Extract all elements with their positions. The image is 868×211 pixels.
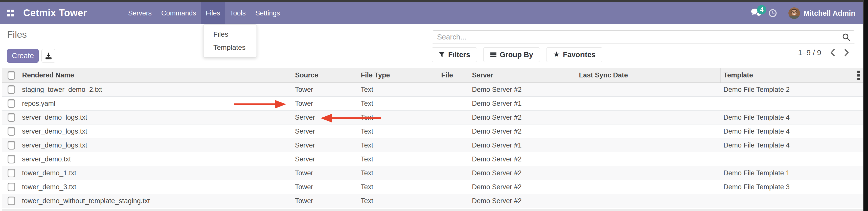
create-button[interactable]: Create xyxy=(7,49,39,63)
cell-rendered-name[interactable]: tower_demo_1.txt xyxy=(19,166,292,180)
row-checkbox[interactable] xyxy=(8,113,15,122)
filters-button[interactable]: Filters xyxy=(432,47,477,62)
user-menu[interactable]: Mitchell Admin xyxy=(804,9,855,18)
column-header-file-type[interactable]: File Type xyxy=(358,68,438,83)
cell-rendered-name[interactable]: tower_demo_3.txt xyxy=(19,180,292,194)
cell-file-type[interactable]: Text xyxy=(358,166,438,180)
table-row[interactable]: server_demo_logs.txtServerTextDemo Serve… xyxy=(2,111,863,124)
cell-file-type[interactable]: Text xyxy=(358,139,438,152)
cell-server[interactable]: Demo Server #2 xyxy=(469,83,576,97)
pager-previous-button[interactable] xyxy=(830,49,835,57)
cell-source[interactable]: Server xyxy=(292,152,358,166)
row-checkbox[interactable] xyxy=(8,169,15,177)
cell-file[interactable] xyxy=(438,139,469,152)
column-header-source[interactable]: Source xyxy=(292,68,358,83)
cell-file-type[interactable]: Text xyxy=(358,111,438,124)
row-checkbox[interactable] xyxy=(8,127,15,135)
search-icon[interactable] xyxy=(842,33,850,41)
cell-rendered-name[interactable]: server_demo_logs.txt xyxy=(19,124,292,139)
dropdown-item-files[interactable]: Files xyxy=(204,28,256,41)
cell-last-sync-date[interactable] xyxy=(576,124,720,139)
table-row[interactable]: repos.yamlTowerTextDemo Server #1 xyxy=(2,97,863,111)
activities-clock-icon[interactable] xyxy=(769,9,777,17)
cell-last-sync-date[interactable] xyxy=(576,194,720,208)
nav-item-files[interactable]: Files xyxy=(201,2,225,24)
cell-template[interactable]: Demo File Template 1 xyxy=(720,166,863,180)
cell-file-type[interactable]: Text xyxy=(358,83,438,97)
nav-item-tools[interactable]: Tools xyxy=(225,2,250,24)
cell-server[interactable]: Demo Server #1 xyxy=(469,139,576,152)
row-checkbox[interactable] xyxy=(8,183,15,191)
cell-source[interactable]: Tower xyxy=(292,97,358,111)
nav-item-servers[interactable]: Servers xyxy=(123,2,156,24)
row-checkbox[interactable] xyxy=(8,99,15,108)
cell-rendered-name[interactable]: tower_demo_without_template_staging.txt xyxy=(19,194,292,208)
optional-columns-toggle-icon[interactable] xyxy=(857,70,860,80)
cell-rendered-name[interactable]: server_demo_logs.txt xyxy=(19,111,292,124)
cell-source[interactable]: Tower xyxy=(292,166,358,180)
column-header-template[interactable]: Template xyxy=(720,68,863,83)
nav-item-commands[interactable]: Commands xyxy=(156,2,201,24)
nav-item-settings[interactable]: Settings xyxy=(250,2,285,24)
cell-last-sync-date[interactable] xyxy=(576,83,720,97)
cell-rendered-name[interactable]: staging_tower_demo_2.txt xyxy=(19,83,292,97)
cell-server[interactable]: Demo Server #2 xyxy=(469,194,576,208)
cell-server[interactable]: Demo Server #1 xyxy=(469,97,576,111)
table-row[interactable]: server_demo.txtServerTextDemo Server #2 xyxy=(2,152,863,166)
cell-file-type[interactable]: Text xyxy=(358,194,438,208)
cell-template[interactable]: Demo File Template 4 xyxy=(720,111,863,124)
cell-file[interactable] xyxy=(438,194,469,208)
cell-server[interactable]: Demo Server #2 xyxy=(469,152,576,166)
table-row[interactable]: server_demo_logs.txtServerTextDemo Serve… xyxy=(2,124,863,139)
cell-server[interactable]: Demo Server #2 xyxy=(469,180,576,194)
messages-icon[interactable]: 4 xyxy=(750,8,762,18)
column-header-server[interactable]: Server xyxy=(469,68,576,83)
cell-source[interactable]: Tower xyxy=(292,194,358,208)
table-row[interactable]: tower_demo_3.txtTowerTextDemo Server #2D… xyxy=(2,180,863,194)
row-checkbox[interactable] xyxy=(8,85,15,94)
cell-file-type[interactable]: Text xyxy=(358,180,438,194)
cell-last-sync-date[interactable] xyxy=(576,180,720,194)
cell-file-type[interactable]: Text xyxy=(358,152,438,166)
cell-last-sync-date[interactable] xyxy=(576,111,720,124)
cell-file[interactable] xyxy=(438,83,469,97)
column-header-rendered-name[interactable]: Rendered Name xyxy=(19,68,292,83)
cell-rendered-name[interactable]: repos.yaml xyxy=(19,97,292,111)
user-avatar[interactable] xyxy=(788,7,800,19)
cell-template[interactable]: Demo File Template 2 xyxy=(720,83,863,97)
dropdown-item-templates[interactable]: Templates xyxy=(204,41,256,54)
cell-file-type[interactable]: Text xyxy=(358,124,438,139)
cell-file-type[interactable]: Text xyxy=(358,97,438,111)
table-row[interactable]: tower_demo_without_template_staging.txtT… xyxy=(2,194,863,208)
export-button[interactable] xyxy=(41,49,55,63)
cell-last-sync-date[interactable] xyxy=(576,97,720,111)
cell-source[interactable]: Tower xyxy=(292,180,358,194)
cell-server[interactable]: Demo Server #2 xyxy=(469,124,576,139)
cell-source[interactable]: Server xyxy=(292,111,358,124)
cell-file[interactable] xyxy=(438,97,469,111)
row-checkbox[interactable] xyxy=(8,197,15,205)
app-brand[interactable]: Cetmix Tower xyxy=(23,8,87,19)
cell-file[interactable] xyxy=(438,180,469,194)
cell-template[interactable]: Demo File Template 4 xyxy=(720,124,863,139)
cell-rendered-name[interactable]: server_demo_logs.txt xyxy=(19,139,292,152)
cell-source[interactable]: Server xyxy=(292,124,358,139)
cell-file[interactable] xyxy=(438,124,469,139)
cell-server[interactable]: Demo Server #2 xyxy=(469,166,576,180)
apps-grid-icon[interactable] xyxy=(7,10,14,17)
column-header-file[interactable]: File xyxy=(438,68,469,83)
cell-server[interactable]: Demo Server #2 xyxy=(469,111,576,124)
cell-template[interactable] xyxy=(720,194,863,208)
row-checkbox[interactable] xyxy=(8,141,15,150)
cell-file[interactable] xyxy=(438,152,469,166)
table-row[interactable]: staging_tower_demo_2.txtTowerTextDemo Se… xyxy=(2,83,863,97)
cell-file[interactable] xyxy=(438,166,469,180)
cell-last-sync-date[interactable] xyxy=(576,139,720,152)
cell-template[interactable] xyxy=(720,152,863,166)
cell-source[interactable]: Server xyxy=(292,139,358,152)
cell-source[interactable]: Tower xyxy=(292,83,358,97)
cell-last-sync-date[interactable] xyxy=(576,166,720,180)
group-by-button[interactable]: Group By xyxy=(483,47,540,62)
cell-last-sync-date[interactable] xyxy=(576,152,720,166)
row-checkbox[interactable] xyxy=(8,155,15,163)
